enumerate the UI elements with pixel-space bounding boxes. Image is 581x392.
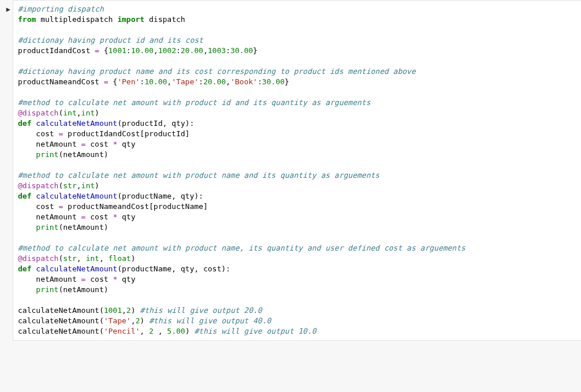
code-line: #dictionay having product id and its cos… <box>18 35 576 46</box>
code-token: qty <box>117 140 135 148</box>
code-token: 'Tape' <box>172 77 199 86</box>
code-token: , <box>99 254 109 263</box>
code-token: #this will give output 40.0 <box>149 316 271 325</box>
code-token: , <box>131 316 136 325</box>
code-token: print <box>36 223 58 232</box>
code-token: cost <box>85 212 113 221</box>
code-token: int <box>81 181 95 190</box>
code-token: , <box>203 46 208 55</box>
code-token: : <box>199 77 203 86</box>
code-token: #this will give output 10.0 <box>194 327 316 335</box>
code-token: int <box>81 109 95 117</box>
code-token: (netAmount) <box>58 223 108 232</box>
code-token: } <box>285 77 289 86</box>
code-token <box>18 285 36 294</box>
code-token: dispatch <box>144 15 185 24</box>
code-token: 10.00 <box>144 77 167 86</box>
code-line: def calculateNetAmount(productName, qty)… <box>18 191 576 201</box>
code-token: 30.00 <box>230 46 253 55</box>
code-token: 20.00 <box>203 77 226 86</box>
code-token: , <box>154 46 158 55</box>
code-token: float <box>109 254 131 263</box>
code-token: #method to calculate net amount with pro… <box>18 171 379 180</box>
code-token: productIdandCost[productId] <box>63 129 189 138</box>
code-token: print <box>36 285 58 294</box>
code-token: , <box>77 109 81 117</box>
code-line: def calculateNetAmount(productId, qty): <box>18 118 576 129</box>
code-token: str <box>63 181 76 190</box>
code-token: calculateNetAmount( <box>18 316 104 325</box>
code-line: from multipledispatch import dispatch <box>18 14 576 25</box>
code-token: ) <box>95 109 99 117</box>
code-line: print(netAmount) <box>18 222 576 233</box>
code-token: 2 <box>149 327 154 335</box>
code-line: netAmount = cost * qty <box>18 212 576 222</box>
code-token: (netAmount) <box>58 285 108 294</box>
code-line: #method to calculate net amount with pro… <box>18 98 576 108</box>
code-line <box>18 295 576 305</box>
code-token: int <box>63 109 76 117</box>
code-token: netAmount <box>18 140 81 148</box>
code-token: ) <box>95 181 99 190</box>
code-token: def <box>18 119 31 128</box>
code-token: calculateNetAmount( <box>18 306 104 315</box>
code-token: qty <box>117 212 135 221</box>
code-token: 'Pen' <box>117 77 140 86</box>
code-token: @dispatch <box>18 254 58 263</box>
code-token: #method to calculate net amount with pro… <box>18 244 465 252</box>
code-line: def calculateNetAmount(productName, qty,… <box>18 264 576 274</box>
code-line: #method to calculate net amount with pro… <box>18 170 576 181</box>
code-token: calculateNetAmount( <box>18 327 104 335</box>
code-line: calculateNetAmount('Pencil', 2 , 5.00) #… <box>18 326 576 337</box>
code-token: 30.00 <box>262 77 285 86</box>
code-token: #method to calculate net amount with pro… <box>18 98 370 107</box>
code-token: #dictionay having product id and its cos… <box>18 36 203 44</box>
code-token: { <box>109 77 118 86</box>
code-token <box>18 150 36 159</box>
code-token: int <box>85 254 99 263</box>
run-icon: ▶ <box>6 5 10 13</box>
code-token: = <box>95 46 99 55</box>
code-line: calculateNetAmount(1001,2) #this will gi… <box>18 305 576 316</box>
code-token: from <box>18 15 36 24</box>
code-line <box>18 25 576 35</box>
code-token: cost <box>18 129 58 138</box>
code-token: : <box>140 77 144 86</box>
code-token: cost <box>85 140 113 148</box>
code-token: #importing dispatch <box>18 5 104 13</box>
code-token: 10.00 <box>131 46 154 55</box>
code-line <box>18 56 576 66</box>
code-token: cost <box>18 202 58 211</box>
code-token: } <box>253 46 258 55</box>
code-line: cost = productIdandCost[productId] <box>18 129 576 139</box>
code-token: , <box>77 181 81 190</box>
code-token: : <box>176 46 181 55</box>
code-token: { <box>99 46 109 55</box>
code-token: netAmount <box>18 275 81 283</box>
code-token: (productName, qty, cost): <box>117 264 230 273</box>
code-token: ) <box>131 306 140 315</box>
code-token: str <box>63 254 76 263</box>
code-token: cost <box>85 275 113 283</box>
code-editor[interactable]: #importing dispatchfrom multipledispatch… <box>13 0 581 341</box>
code-token: netAmount <box>18 212 81 221</box>
code-line: netAmount = cost * qty <box>18 274 576 285</box>
code-token: productNameandCost <box>18 77 104 86</box>
code-token: 'Book' <box>230 77 258 86</box>
code-token: def <box>18 192 31 200</box>
code-token: 'Tape' <box>104 316 131 325</box>
run-cell-prompt[interactable]: ▶ <box>0 0 13 341</box>
code-line: @dispatch(str,int) <box>18 181 576 191</box>
code-line: print(netAmount) <box>18 150 576 160</box>
code-token: ) <box>185 327 195 335</box>
code-token: , <box>140 327 149 335</box>
code-token: 1001 <box>109 46 126 55</box>
code-token: 20.00 <box>181 46 203 55</box>
code-token: : <box>258 77 262 86</box>
code-line: productIdandCost = {1001:10.00,1002:20.0… <box>18 46 576 56</box>
code-line: netAmount = cost * qty <box>18 139 576 150</box>
code-line: #importing dispatch <box>18 4 576 14</box>
code-token: 1003 <box>208 46 226 55</box>
code-token: (productName, qty): <box>117 192 203 200</box>
code-token: def <box>18 264 31 273</box>
